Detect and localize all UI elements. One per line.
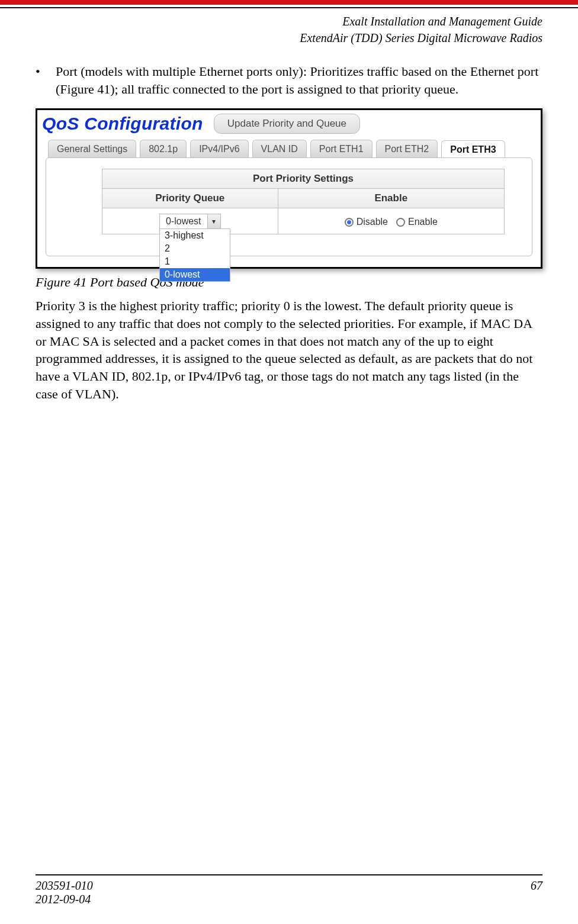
- bullet-item: • Port (models with multiple Ethernet po…: [36, 63, 542, 98]
- tab-ipv4-ipv6[interactable]: IPv4/IPv6: [190, 140, 248, 157]
- header-title: Exalt Installation and Management Guide: [36, 13, 542, 30]
- bullet-text: Port (models with multiple Ethernet port…: [56, 63, 542, 98]
- tab-vlan-id[interactable]: VLAN ID: [252, 140, 307, 157]
- qos-config-screenshot: QoS Configuration Update Priority and Qu…: [36, 108, 542, 269]
- col-priority-queue: Priority Queue: [102, 189, 278, 208]
- dropdown-arrow-icon: ▾: [207, 214, 220, 228]
- radio-disable[interactable]: Disable: [345, 217, 388, 227]
- header-subtitle: ExtendAir (TDD) Series Digital Microwave…: [36, 30, 542, 46]
- tab-panel: Port Priority Settings Priority Queue En…: [46, 157, 532, 256]
- figure-caption: Figure 41 Port based QoS mode: [36, 275, 542, 290]
- radio-enable[interactable]: Enable: [396, 217, 438, 227]
- running-header: Exalt Installation and Management Guide …: [36, 13, 542, 46]
- option-1[interactable]: 1: [160, 255, 230, 268]
- top-thin-bar: [0, 7, 578, 8]
- option-2[interactable]: 2: [160, 242, 230, 255]
- tab-802-1p[interactable]: 802.1p: [140, 140, 187, 157]
- update-priority-queue-button[interactable]: Update Priority and Queue: [214, 114, 360, 134]
- body-paragraph: Priority 3 is the highest priority traff…: [36, 297, 542, 403]
- port-priority-table: Port Priority Settings Priority Queue En…: [102, 169, 505, 234]
- priority-queue-value: 0-lowest: [160, 214, 207, 228]
- enable-radio-group: Disable Enable: [345, 217, 438, 227]
- radio-icon: [396, 218, 405, 227]
- priority-queue-select[interactable]: 0-lowest ▾ 3-highest 2 1 0-lowest: [159, 214, 221, 229]
- radio-disable-label: Disable: [357, 217, 388, 227]
- footer-doc-number: 203591-010: [36, 879, 93, 893]
- tab-port-eth2[interactable]: Port ETH2: [376, 140, 438, 157]
- tab-port-eth3[interactable]: Port ETH3: [441, 140, 505, 158]
- top-red-bar: [0, 0, 578, 5]
- priority-queue-dropdown[interactable]: 3-highest 2 1 0-lowest: [159, 228, 230, 282]
- radio-icon: [345, 218, 354, 227]
- radio-enable-label: Enable: [408, 217, 438, 227]
- tab-port-eth1[interactable]: Port ETH1: [310, 140, 373, 157]
- footer-date: 2012-09-04: [36, 893, 93, 906]
- col-enable: Enable: [278, 189, 504, 208]
- option-3-highest[interactable]: 3-highest: [160, 229, 230, 242]
- table-caption: Port Priority Settings: [102, 169, 505, 189]
- option-0-lowest[interactable]: 0-lowest: [160, 268, 230, 281]
- page-footer: 203591-010 2012-09-04 67: [36, 874, 542, 906]
- qos-title: QoS Configuration: [42, 114, 203, 134]
- tab-strip: General Settings 802.1p IPv4/IPv6 VLAN I…: [48, 140, 536, 157]
- bullet-marker: •: [36, 63, 56, 98]
- footer-page-number: 67: [531, 879, 542, 906]
- tab-general-settings[interactable]: General Settings: [48, 140, 136, 157]
